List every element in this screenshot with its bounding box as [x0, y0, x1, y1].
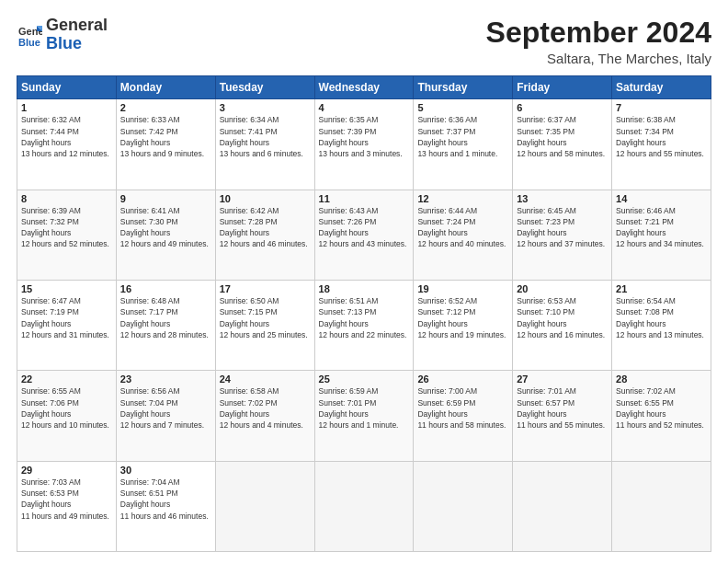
- calendar-table: Sunday Monday Tuesday Wednesday Thursday…: [17, 75, 711, 552]
- day-number: 1: [21, 102, 112, 113]
- day-info: Sunrise: 6:41 AM Sunset: 7:30 PM Dayligh…: [120, 205, 211, 250]
- day-number: 16: [120, 283, 211, 294]
- svg-text:Blue: Blue: [18, 37, 40, 48]
- calendar-cell-1-6: 6 Sunrise: 6:37 AM Sunset: 7:35 PM Dayli…: [513, 99, 612, 190]
- col-saturday: Saturday: [612, 76, 711, 99]
- logo-text: General Blue: [46, 17, 108, 53]
- col-tuesday: Tuesday: [215, 76, 314, 99]
- calendar-week-1: 1 Sunrise: 6:32 AM Sunset: 7:44 PM Dayli…: [17, 99, 711, 190]
- day-number: 12: [417, 193, 508, 204]
- calendar-cell-1-1: 1 Sunrise: 6:32 AM Sunset: 7:44 PM Dayli…: [17, 99, 117, 190]
- day-number: 11: [319, 193, 410, 204]
- day-number: 27: [517, 373, 608, 385]
- day-info: Sunrise: 7:02 AM Sunset: 6:55 PM Dayligh…: [616, 385, 707, 431]
- calendar-cell-2-3: 10 Sunrise: 6:42 AM Sunset: 7:28 PM Dayl…: [215, 190, 314, 280]
- day-info: Sunrise: 6:54 AM Sunset: 7:08 PM Dayligh…: [616, 295, 707, 340]
- month-title: September 2024: [486, 17, 711, 49]
- day-info: Sunrise: 6:50 AM Sunset: 7:15 PM Dayligh…: [220, 295, 311, 340]
- day-number: 22: [21, 373, 112, 385]
- day-number: 7: [616, 102, 707, 113]
- day-number: 30: [120, 465, 211, 476]
- day-info: Sunrise: 6:34 AM Sunset: 7:41 PM Dayligh…: [220, 114, 311, 159]
- calendar-cell-4-7: 28 Sunrise: 7:02 AM Sunset: 6:55 PM Dayl…: [612, 371, 711, 461]
- calendar-cell-5-3: [215, 461, 314, 551]
- calendar-cell-4-3: 24 Sunrise: 6:58 AM Sunset: 7:02 PM Dayl…: [215, 371, 314, 461]
- calendar-cell-3-1: 15 Sunrise: 6:47 AM Sunset: 7:19 PM Dayl…: [17, 280, 117, 370]
- day-number: 21: [616, 283, 707, 294]
- calendar-cell-2-4: 11 Sunrise: 6:43 AM Sunset: 7:26 PM Dayl…: [314, 190, 414, 280]
- day-info: Sunrise: 6:37 AM Sunset: 7:35 PM Dayligh…: [517, 114, 608, 159]
- day-info: Sunrise: 7:03 AM Sunset: 6:53 PM Dayligh…: [21, 477, 112, 522]
- calendar-cell-3-4: 18 Sunrise: 6:51 AM Sunset: 7:13 PM Dayl…: [314, 280, 414, 370]
- calendar-cell-4-2: 23 Sunrise: 6:56 AM Sunset: 7:04 PM Dayl…: [116, 371, 215, 461]
- col-friday: Friday: [513, 76, 612, 99]
- calendar-cell-4-1: 22 Sunrise: 6:55 AM Sunset: 7:06 PM Dayl…: [17, 371, 117, 461]
- day-number: 25: [319, 373, 410, 385]
- day-info: Sunrise: 6:48 AM Sunset: 7:17 PM Dayligh…: [120, 295, 211, 340]
- calendar-cell-5-2: 30 Sunrise: 7:04 AM Sunset: 6:51 PM Dayl…: [116, 461, 215, 551]
- col-monday: Monday: [116, 76, 215, 99]
- calendar-week-3: 15 Sunrise: 6:47 AM Sunset: 7:19 PM Dayl…: [17, 280, 711, 370]
- day-info: Sunrise: 7:04 AM Sunset: 6:51 PM Dayligh…: [120, 477, 211, 522]
- day-info: Sunrise: 6:52 AM Sunset: 7:12 PM Dayligh…: [417, 295, 508, 340]
- day-info: Sunrise: 6:43 AM Sunset: 7:26 PM Dayligh…: [319, 205, 410, 250]
- calendar-cell-5-4: [314, 461, 414, 551]
- logo-line1: General: [46, 17, 108, 35]
- calendar-week-2: 8 Sunrise: 6:39 AM Sunset: 7:32 PM Dayli…: [17, 190, 711, 280]
- header: General Blue General Blue September 2024…: [17, 17, 711, 66]
- day-number: 28: [616, 373, 707, 385]
- day-number: 23: [120, 373, 211, 385]
- day-info: Sunrise: 6:55 AM Sunset: 7:06 PM Dayligh…: [21, 385, 112, 431]
- day-number: 17: [220, 283, 311, 294]
- day-number: 8: [21, 193, 112, 204]
- calendar-cell-2-7: 14 Sunrise: 6:46 AM Sunset: 7:21 PM Dayl…: [612, 190, 711, 280]
- day-info: Sunrise: 6:59 AM Sunset: 7:01 PM Dayligh…: [319, 385, 410, 431]
- calendar-cell-1-4: 4 Sunrise: 6:35 AM Sunset: 7:39 PM Dayli…: [314, 99, 414, 190]
- day-number: 2: [120, 102, 211, 113]
- day-info: Sunrise: 6:38 AM Sunset: 7:34 PM Dayligh…: [616, 114, 707, 159]
- calendar-cell-3-6: 20 Sunrise: 6:53 AM Sunset: 7:10 PM Dayl…: [513, 280, 612, 370]
- calendar-cell-5-1: 29 Sunrise: 7:03 AM Sunset: 6:53 PM Dayl…: [17, 461, 117, 551]
- day-number: 15: [21, 283, 112, 294]
- calendar-cell-3-7: 21 Sunrise: 6:54 AM Sunset: 7:08 PM Dayl…: [612, 280, 711, 370]
- day-info: Sunrise: 6:47 AM Sunset: 7:19 PM Dayligh…: [21, 295, 112, 340]
- day-info: Sunrise: 6:58 AM Sunset: 7:02 PM Dayligh…: [220, 385, 311, 431]
- calendar-cell-5-6: [513, 461, 612, 551]
- day-info: Sunrise: 6:51 AM Sunset: 7:13 PM Dayligh…: [319, 295, 410, 340]
- day-number: 9: [120, 193, 211, 204]
- day-info: Sunrise: 6:44 AM Sunset: 7:24 PM Dayligh…: [417, 205, 508, 250]
- calendar-header-row: Sunday Monday Tuesday Wednesday Thursday…: [17, 76, 711, 99]
- calendar-cell-1-3: 3 Sunrise: 6:34 AM Sunset: 7:41 PM Dayli…: [215, 99, 314, 190]
- day-info: Sunrise: 7:00 AM Sunset: 6:59 PM Dayligh…: [417, 385, 508, 431]
- day-number: 20: [517, 283, 608, 294]
- calendar-cell-2-1: 8 Sunrise: 6:39 AM Sunset: 7:32 PM Dayli…: [17, 190, 117, 280]
- logo-line2: Blue: [46, 35, 108, 53]
- day-number: 26: [417, 373, 508, 385]
- day-number: 24: [220, 373, 311, 385]
- calendar-cell-1-5: 5 Sunrise: 6:36 AM Sunset: 7:37 PM Dayli…: [414, 99, 513, 190]
- calendar-cell-2-6: 13 Sunrise: 6:45 AM Sunset: 7:23 PM Dayl…: [513, 190, 612, 280]
- calendar-cell-3-3: 17 Sunrise: 6:50 AM Sunset: 7:15 PM Dayl…: [215, 280, 314, 370]
- calendar-cell-4-6: 27 Sunrise: 7:01 AM Sunset: 6:57 PM Dayl…: [513, 371, 612, 461]
- calendar-cell-1-2: 2 Sunrise: 6:33 AM Sunset: 7:42 PM Dayli…: [116, 99, 215, 190]
- calendar-cell-5-7: [612, 461, 711, 551]
- day-number: 29: [21, 465, 112, 476]
- day-number: 3: [220, 102, 311, 113]
- day-number: 18: [319, 283, 410, 294]
- day-number: 13: [517, 193, 608, 204]
- day-info: Sunrise: 6:53 AM Sunset: 7:10 PM Dayligh…: [517, 295, 608, 340]
- calendar-body: 1 Sunrise: 6:32 AM Sunset: 7:44 PM Dayli…: [17, 99, 711, 552]
- day-number: 14: [616, 193, 707, 204]
- day-info: Sunrise: 6:32 AM Sunset: 7:44 PM Dayligh…: [21, 114, 112, 159]
- day-info: Sunrise: 7:01 AM Sunset: 6:57 PM Dayligh…: [517, 385, 608, 431]
- day-info: Sunrise: 6:46 AM Sunset: 7:21 PM Dayligh…: [616, 205, 707, 250]
- day-info: Sunrise: 6:35 AM Sunset: 7:39 PM Dayligh…: [319, 114, 410, 159]
- calendar-cell-4-4: 25 Sunrise: 6:59 AM Sunset: 7:01 PM Dayl…: [314, 371, 414, 461]
- col-thursday: Thursday: [414, 76, 513, 99]
- day-info: Sunrise: 6:56 AM Sunset: 7:04 PM Dayligh…: [120, 385, 211, 431]
- page: General Blue General Blue September 2024…: [0, 0, 728, 563]
- day-info: Sunrise: 6:42 AM Sunset: 7:28 PM Dayligh…: [220, 205, 311, 250]
- calendar-cell-4-5: 26 Sunrise: 7:00 AM Sunset: 6:59 PM Dayl…: [414, 371, 513, 461]
- calendar-cell-2-5: 12 Sunrise: 6:44 AM Sunset: 7:24 PM Dayl…: [414, 190, 513, 280]
- location: Saltara, The Marches, Italy: [486, 51, 711, 66]
